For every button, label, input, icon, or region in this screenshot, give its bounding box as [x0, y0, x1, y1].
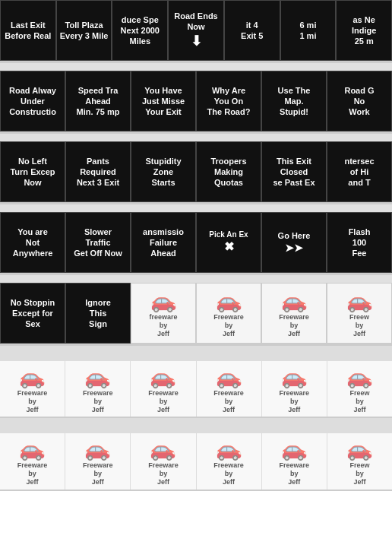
car-icon-l2: 🚗 [84, 436, 111, 461]
sign-cell-no-stopping: No StoppinExcept forSex [0, 283, 65, 344]
freeware-last-6: 🚗 FreewbyJeff [327, 433, 392, 489]
sign-cell-ignore-sign: IgnoreThisSign [65, 283, 131, 344]
sign-cell-road-always: Road AlwayUnderConstructio [0, 71, 65, 131]
car-icon-b2: 🚗 [84, 364, 111, 389]
sign-cell-miles: 6 mi1 mi [280, 0, 337, 61]
sign-cell-slower-traffic: SlowerTrafficGet Off Now [65, 212, 131, 273]
arrow-down-icon: ⬇ [191, 33, 202, 50]
freeware-last-1: 🚗 FreewarebyJeff [0, 433, 65, 489]
gap-5 [0, 346, 392, 361]
sign-cell-pants: PantsRequiredNext 3 Exit [65, 141, 131, 202]
car-icon-l6: 🚗 [346, 436, 373, 461]
gap-1 [0, 63, 392, 71]
sign-cell-toll-plaza: Toll PlazaEvery 3 Mile [56, 0, 112, 61]
car-icon-l3: 🚗 [150, 436, 176, 461]
sign-cell-transmission: ansmissioFailureAhead [131, 212, 196, 273]
car-icon-l4: 🚗 [216, 436, 242, 461]
freeware-last-3: 🚗 FreewarebyJeff [131, 433, 196, 489]
car-icon-b5: 🚗 [281, 364, 308, 389]
gap-4 [0, 275, 392, 283]
freeware-cell-2: 🚗 FreewarebyJeff [196, 283, 261, 344]
car-icon-1: 🚗 [150, 288, 177, 313]
sign-cell-intersection: ntersecof Hiand T [327, 141, 392, 202]
sign-row-5: No StoppinExcept forSex IgnoreThisSign 🚗… [0, 283, 392, 346]
cross-icon: ✖ [224, 239, 234, 255]
car-icon-4: 🚗 [346, 288, 373, 313]
sign-cell-not-anywhere: You areNotAnywhere [0, 212, 65, 273]
sign-cell-flash-fee: Flash100Fee [327, 212, 392, 273]
freeware-last-2: 🚗 FreewarebyJeff [65, 433, 131, 489]
sign-row-1: Last Exit Before Real Toll PlazaEvery 3 … [0, 0, 392, 63]
sign-row-4: You areNotAnywhere SlowerTrafficGet Off … [0, 212, 392, 275]
sign-cell-why-road: Why AreYou OnThe Road? [196, 71, 261, 131]
freeware-last-5: 🚗 FreewarebyJeff [262, 433, 327, 489]
sign-cell-stupidity-zone: StupidityZoneStarts [131, 141, 196, 202]
sign-cell-road-ends: Road EndsNow ⬇ [168, 0, 224, 61]
gap-6 [0, 418, 392, 433]
gap-2 [0, 134, 392, 141]
freeware-bottom-6: 🚗 FreewbyJeff [327, 361, 392, 417]
freeware-row-1: 🚗 FreewarebyJeff 🚗 FreewarebyJeff 🚗 Free… [0, 361, 392, 418]
sign-cell-speed-trap: Speed TraAheadMin. 75 mp [65, 71, 131, 131]
sign-row-3: No LeftTurn ExcepNow PantsRequiredNext 3… [0, 141, 392, 204]
freeware-cell-4: 🚗 FreewbyJeff [327, 283, 392, 344]
freeware-bottom-1: 🚗 FreewarebyJeff [0, 361, 65, 417]
car-icon-l1: 🚗 [19, 436, 46, 461]
sign-cell-troopers: TroopersMakingQuotas [196, 141, 261, 202]
sign-cell-no-left-turn: No LeftTurn ExcepNow [0, 141, 65, 202]
car-icon-b3: 🚗 [150, 364, 176, 389]
car-icon-3: 🚗 [281, 288, 308, 313]
freeware-cell-3: 🚗 FreewarebyJeff [261, 283, 327, 344]
sign-cell-exit-closed: This ExitClosedse Past Ex [261, 141, 327, 202]
car-icon-b1: 🚗 [19, 364, 46, 389]
sign-row-2: Road AlwayUnderConstructio Speed TraAhea… [0, 71, 392, 134]
car-icon-2: 🚗 [216, 288, 242, 313]
sign-cell-go-here: Go Here ➤➤ [261, 212, 327, 273]
sign-cell-exit4: it 4Exit 5 [224, 0, 280, 61]
freeware-cell-1: 🚗 freewarebyJeff [131, 283, 196, 344]
sign-cell-last-exit: Last Exit Before Real [0, 0, 56, 61]
freeware-row-2: 🚗 FreewarebyJeff 🚗 FreewarebyJeff 🚗 Free… [0, 433, 392, 490]
car-icon-l5: 🚗 [281, 436, 308, 461]
sign-cell-pick-exit: Pick An Ex ✖ [196, 212, 261, 273]
gap-3 [0, 204, 392, 212]
sign-cell-as-ne: as NeIndige25 m [336, 0, 392, 61]
arrows-icon: ➤➤ [285, 241, 303, 255]
sign-cell-use-map: Use TheMap.Stupid! [261, 71, 327, 131]
freeware-bottom-2: 🚗 FreewarebyJeff [65, 361, 131, 417]
car-icon-b4: 🚗 [216, 364, 242, 389]
sign-cell-missed-exit: You HaveJust MisseYour Exit [131, 71, 196, 131]
car-icon-b6: 🚗 [346, 364, 373, 389]
freeware-bottom-4: 🚗 FreewarebyJeff [197, 361, 262, 417]
freeware-bottom-3: 🚗 FreewarebyJeff [131, 361, 196, 417]
sign-cell-reduce-speed: duce SpeNext 2000Miles [112, 0, 168, 61]
freeware-last-4: 🚗 FreewarebyJeff [197, 433, 262, 489]
sign-cell-road-no-work: Road GNoWork [327, 71, 392, 131]
freeware-bottom-5: 🚗 FreewarebyJeff [262, 361, 327, 417]
